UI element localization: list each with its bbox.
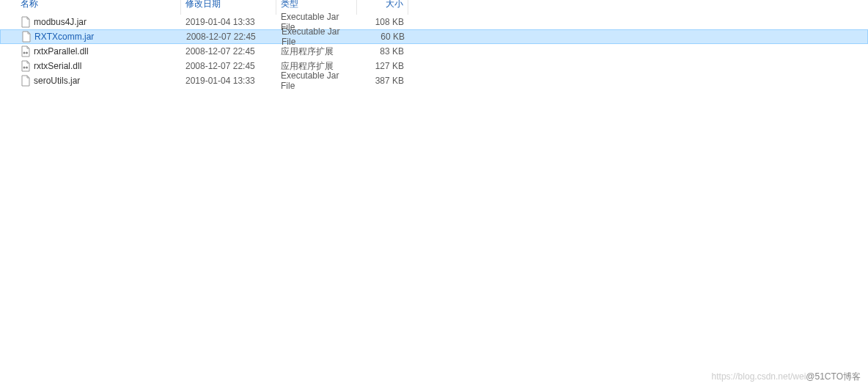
file-date: 2008-12-07 22:45 xyxy=(181,44,276,59)
file-row[interactable]: rxtxParallel.dll2008-12-07 22:45应用程序扩展83… xyxy=(0,44,868,59)
file-name: RXTXcomm.jar xyxy=(34,32,94,42)
file-name-cell: modbus4J.jar xyxy=(16,15,181,29)
watermark-dark: @51CTO博客 xyxy=(806,371,861,382)
file-date: 2008-12-07 22:45 xyxy=(181,59,276,73)
file-date: 2019-01-04 13:33 xyxy=(181,73,276,88)
file-name-cell: rxtxSerial.dll xyxy=(16,59,181,73)
file-icon xyxy=(21,46,31,57)
file-name-cell: seroUtils.jar xyxy=(16,73,181,88)
file-icon xyxy=(21,31,32,43)
svg-point-3 xyxy=(26,67,28,69)
file-type-icon xyxy=(21,60,31,72)
file-size: 108 KB xyxy=(357,15,408,29)
file-name: seroUtils.jar xyxy=(34,76,80,86)
file-name: rxtxSerial.dll xyxy=(34,61,81,71)
file-explorer-view: 名称 修改日期 类型 大小 modbus4J.jar2019-01-04 13:… xyxy=(0,0,868,88)
watermark: https://blog.csdn.net/wei@51CTO博客 xyxy=(712,371,861,383)
file-icon xyxy=(21,60,31,72)
file-icon xyxy=(21,75,31,87)
file-type: 应用程序扩展 xyxy=(276,44,357,59)
file-type-icon xyxy=(21,46,31,57)
file-row[interactable]: rxtxSerial.dll2008-12-07 22:45应用程序扩展127 … xyxy=(0,59,868,73)
file-type: Executable Jar File xyxy=(276,73,357,88)
svg-point-2 xyxy=(23,67,26,69)
file-name-cell: RXTXcomm.jar xyxy=(17,30,182,43)
file-type-icon xyxy=(21,31,32,43)
file-size: 127 KB xyxy=(357,59,408,73)
file-date: 2008-12-07 22:45 xyxy=(182,30,277,43)
file-size: 387 KB xyxy=(357,73,408,88)
file-type: Executable Jar File xyxy=(277,30,358,43)
file-type-icon xyxy=(21,75,31,87)
file-row[interactable]: RXTXcomm.jar2008-12-07 22:45Executable J… xyxy=(0,29,868,44)
file-icon xyxy=(21,16,31,28)
svg-point-0 xyxy=(23,52,26,54)
watermark-faded: https://blog.csdn.net/wei xyxy=(712,371,806,382)
column-header-name[interactable]: 名称 xyxy=(16,0,181,15)
file-size: 60 KB xyxy=(358,30,409,43)
file-list: modbus4J.jar2019-01-04 13:33Executable J… xyxy=(0,15,868,88)
file-row[interactable]: seroUtils.jar2019-01-04 13:33Executable … xyxy=(0,73,868,88)
file-size: 83 KB xyxy=(357,44,408,59)
file-name: rxtxParallel.dll xyxy=(34,46,89,57)
file-type-icon xyxy=(21,16,31,28)
svg-point-1 xyxy=(26,52,28,54)
file-name: modbus4J.jar xyxy=(34,17,87,27)
file-name-cell: rxtxParallel.dll xyxy=(16,44,181,59)
file-date: 2019-01-04 13:33 xyxy=(181,15,276,29)
file-row[interactable]: modbus4J.jar2019-01-04 13:33Executable J… xyxy=(0,15,868,29)
column-header-row: 名称 修改日期 类型 大小 xyxy=(0,0,868,15)
column-header-date[interactable]: 修改日期 xyxy=(181,0,276,15)
column-header-size[interactable]: 大小 xyxy=(357,0,408,15)
